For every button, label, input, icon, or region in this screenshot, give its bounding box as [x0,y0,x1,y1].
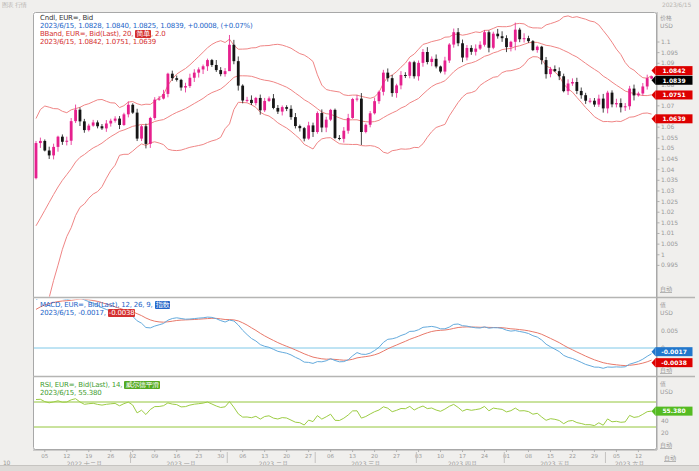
candle-body [637,93,640,95]
candle-body [171,74,174,78]
candle-body [641,86,644,93]
macd-signal-chip: -0.0038 [108,309,136,317]
rsi-axis-title: 值 [660,380,666,387]
week-label: 29 [591,453,598,459]
candle-body [294,117,297,126]
candle-body [488,32,491,48]
candle-body [518,30,521,40]
week-label: 09 [151,453,158,459]
candle-body [74,110,77,121]
price-tick-label: 1.02 [661,208,675,215]
week-label: 24 [481,453,488,459]
candle-body [109,121,112,124]
bband-matype-chip[interactable]: 简单 [135,30,151,38]
candle-body [105,123,108,128]
bottom-scrollbar-track[interactable] [0,466,699,471]
candle-body [615,103,618,104]
candle-body [298,126,301,128]
week-label: 20 [283,453,290,459]
candle-body [162,94,165,99]
candle-body [329,110,332,120]
candle-body [369,113,372,124]
price-tick-label: 1.09 [661,59,675,66]
candle-body [92,122,95,125]
week-label: 20 [371,453,378,459]
candle-body [57,137,60,147]
candle-body [180,80,183,88]
candle-body [496,34,499,37]
candle-body [417,63,420,76]
candle-body [232,45,235,61]
macd-legend: MACD, EUR=, Bid(Last), 12, 26, 9, 指数 202… [40,301,170,317]
macd-params: MACD, EUR=, Bid(Last), 12, 26, 9, [40,301,155,309]
candle-body [624,106,627,107]
badge-text: 1.0842 [662,67,685,74]
rsi-params-line: RSI, EUR=, Bid(Last), 14, 威尔德平滑 [40,381,160,389]
candle-body [404,75,407,76]
candle-body [628,89,631,107]
price-tick-label: 1.035 [661,176,678,183]
rsi-axis-badge: 55.380 [652,407,693,416]
candle-body [153,100,156,118]
price-tick-label: 1.025 [661,198,678,205]
price-axis-badge: 1.0751 [652,90,693,99]
week-label: 05 [613,453,620,459]
candle-body [193,73,196,78]
candle-body [633,89,636,96]
candle-body [580,91,583,95]
candle-body [52,147,55,156]
candle-body [531,41,534,50]
candle-body [492,34,495,48]
x-axis-auto-link[interactable]: 自动 [664,454,676,462]
main-chart-legend: Cndl, EUR=, Bid 2023/6/15, 1.0828, 1.084… [40,14,253,46]
rsi-smoothing-chip[interactable]: 威尔德平滑 [124,381,160,389]
macd-matype-chip[interactable]: 指数 [155,301,171,309]
candle-body [523,38,526,39]
week-label: 10 [437,453,444,459]
candle-body [466,48,469,58]
candle-body [589,101,592,102]
badge-text: 55.380 [662,407,685,414]
price-axis-title: 价格 [660,14,672,22]
candle-body [65,141,68,142]
candle-body [360,99,363,132]
rsi-tick-label: 20 [661,429,669,436]
candle-body [338,138,341,139]
macd-axis-auto-link[interactable]: 自动 [660,366,672,374]
candle-body [210,60,213,65]
week-label: 30 [217,453,224,459]
candle-body [567,83,570,91]
rsi-tick-label: 40 [661,417,669,424]
candle-body [435,59,438,67]
candle-body [514,30,517,42]
chart-canvas[interactable]: 价格USD1.11.0951.091.081.071.061.0551.051.… [0,0,699,471]
candle-body [167,74,170,94]
macd-values-line: 2023/6/15, -0.0017, -0.0038 [40,309,170,317]
top-menu[interactable]: 图表 行情 [2,1,27,9]
candle-body [602,99,605,109]
candle-body [400,75,403,85]
price-axis-badge: 1.0839 [652,76,693,85]
candle-body [650,76,653,78]
candle-body [254,98,257,103]
macd-tick-label: 0.005 [661,327,678,334]
badge-text: -0.0017 [661,348,687,355]
rsi-axis-auto-link[interactable]: 自动 [660,441,672,449]
candle-body [549,69,552,74]
candle-body [263,101,266,110]
price-tick-label: 1.05 [661,144,675,151]
candle-body [316,113,319,132]
week-label: 15 [547,453,554,459]
price-axis-auto-link[interactable]: 自动 [660,285,672,293]
candle-body [285,107,288,109]
candle-body [584,95,587,101]
candle-body [562,76,565,91]
candle-body [272,98,275,108]
candle-body [281,107,284,111]
candle-body [246,100,249,101]
price-tick-label: 1.03 [661,187,675,194]
candle-body [413,62,416,76]
candle-body [509,42,512,47]
candle-body [571,82,574,83]
price-tick-label: 1.04 [661,166,675,173]
